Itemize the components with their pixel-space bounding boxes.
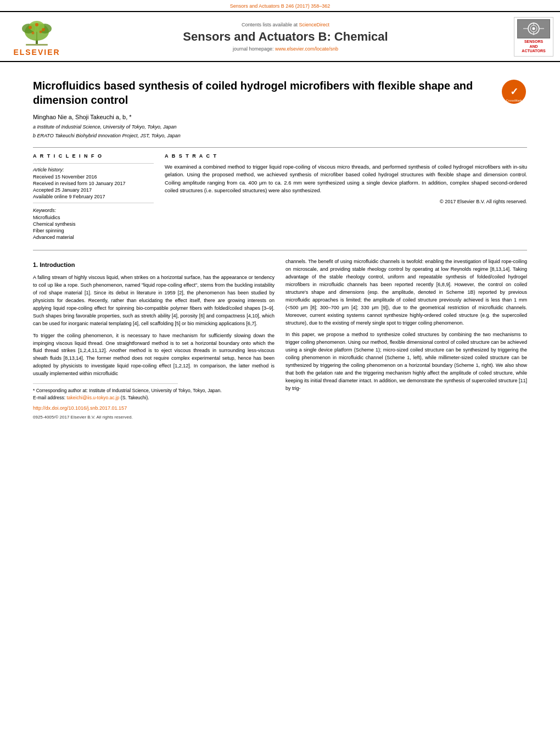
footnote-divider xyxy=(33,383,178,384)
right-column: channels. The benefit of using microflui… xyxy=(285,258,527,421)
sa-logo-image xyxy=(517,19,550,38)
authors-line: Minghao Nie a, Shoji Takeuchi a, b, * xyxy=(33,114,527,120)
copyright-line: © 2017 Elsevier B.V. All rights reserved… xyxy=(165,199,527,204)
homepage-line: journal homepage: www.elsevier.com/locat… xyxy=(67,46,504,52)
sensors-logo-box: SENSORS and ACTUATORS xyxy=(504,17,553,57)
svg-point-9 xyxy=(32,32,35,35)
citation-bar: Sensors and Actuators B 246 (2017) 358–3… xyxy=(0,0,560,11)
keywords-section: Keywords: Microfluidics Chemical synthes… xyxy=(33,208,154,240)
intro-para-2: To trigger the coiling phenomenon, it is… xyxy=(33,332,275,378)
citation-text: Sensors and Actuators B 246 (2017) 358–3… xyxy=(230,3,331,9)
authors-text: Minghao Nie a, Shoji Takeuchi a, b, * xyxy=(33,114,132,120)
keyword-1: Microfluidics xyxy=(33,215,154,220)
article-info-panel: A R T I C L E I N F O Article history: R… xyxy=(33,153,154,241)
svg-point-8 xyxy=(35,23,38,26)
contents-label: Contents lists available at xyxy=(242,22,298,27)
keyword-3: Fiber spinning xyxy=(33,228,154,233)
crossmark-icon: ✓ CrossMark xyxy=(501,79,527,105)
affiliation-a: a Institute of Industrial Science, Unive… xyxy=(33,124,527,131)
intro-para-1: A falling stream of highly viscous liqui… xyxy=(33,274,275,328)
sensors-actuators-logo: SENSORS and ACTUATORS xyxy=(514,17,553,57)
keyword-2: Chemical synthesis xyxy=(33,221,154,227)
svg-point-6 xyxy=(29,26,32,29)
svg-point-10 xyxy=(40,31,42,34)
info-divider-1 xyxy=(33,163,154,164)
accepted-date: Accepted 25 January 2017 xyxy=(33,187,154,193)
article-info-heading: A R T I C L E I N F O xyxy=(33,153,154,159)
footnote-email-link[interactable]: takeichi@iis.u-tokyo.ac.jp xyxy=(66,395,119,400)
crossmark-badge[interactable]: ✓ CrossMark xyxy=(501,79,527,105)
info-divider-2 xyxy=(33,203,154,203)
issn-line: 0925-4005/© 2017 Elsevier B.V. All right… xyxy=(33,414,275,421)
svg-point-7 xyxy=(42,28,45,31)
abstract-section: A B S T R A C T We examined a combined m… xyxy=(165,153,527,241)
footnote-text: * Corresponding author at: Institute of … xyxy=(33,387,275,401)
svg-point-15 xyxy=(533,27,535,30)
homepage-label: journal homepage: xyxy=(233,46,274,52)
info-section: A R T I C L E I N F O Article history: R… xyxy=(33,147,527,241)
svg-text:✓: ✓ xyxy=(510,86,518,97)
received-date: Received 15 November 2016 xyxy=(33,174,154,180)
contents-line: Contents lists available at ScienceDirec… xyxy=(67,22,504,27)
left-column: 1. Introduction A falling stream of high… xyxy=(33,258,275,421)
page-wrapper: Sensors and Actuators B 246 (2017) 358–3… xyxy=(0,0,560,426)
body-columns: 1. Introduction A falling stream of high… xyxy=(33,250,527,421)
received-revised-date: Received in revised form 10 January 2017 xyxy=(33,181,154,186)
main-content: Microfluidics based synthesis of coiled … xyxy=(0,62,560,426)
svg-text:CrossMark: CrossMark xyxy=(506,99,522,102)
abstract-heading: A B S T R A C T xyxy=(165,153,527,159)
elsevier-brand: ELSEVIER xyxy=(13,48,60,57)
sa-label-text: SENSORS and ACTUATORS xyxy=(522,40,545,53)
available-date: Available online 9 February 2017 xyxy=(33,194,154,199)
svg-rect-11 xyxy=(26,44,48,46)
footnote-email-line: E-mail address: takeichi@iis.u-tokyo.ac.… xyxy=(33,394,275,401)
footnote-star-line: * Corresponding author at: Institute of … xyxy=(33,387,275,394)
doi-link[interactable]: http://dx.doi.org/10.1016/j.snb.2017.01.… xyxy=(33,405,275,412)
article-title: Microfluidics based synthesis of coiled … xyxy=(33,79,527,107)
abstract-text: We examined a combined method to trigger… xyxy=(165,163,527,194)
article-history-label: Article history: xyxy=(33,167,154,172)
keywords-heading: Keywords: xyxy=(33,208,154,213)
right-para-2: In this paper, we propose a method to sy… xyxy=(285,331,527,393)
sciencedirect-link[interactable]: ScienceDirect xyxy=(299,22,330,27)
affiliations: a Institute of Industrial Science, Unive… xyxy=(33,124,527,140)
elsevier-logo: ELSEVIER xyxy=(7,16,67,57)
intro-heading: 1. Introduction xyxy=(33,260,275,270)
sa-logo-icon xyxy=(518,20,550,38)
journal-header: ELSEVIER Contents lists available at Sci… xyxy=(0,11,560,62)
elsevier-tree-icon xyxy=(15,16,59,47)
keyword-4: Advanced material xyxy=(33,235,154,240)
right-para-1: channels. The benefit of using microflui… xyxy=(285,258,527,327)
journal-name: Sensors and Actuators B: Chemical xyxy=(67,30,504,44)
homepage-url[interactable]: www.elsevier.com/locate/snb xyxy=(275,46,338,52)
journal-title-center: Contents lists available at ScienceDirec… xyxy=(67,22,504,52)
affiliation-b: b ERATO Takeuchi Biohybrid Innovation Pr… xyxy=(33,132,527,140)
